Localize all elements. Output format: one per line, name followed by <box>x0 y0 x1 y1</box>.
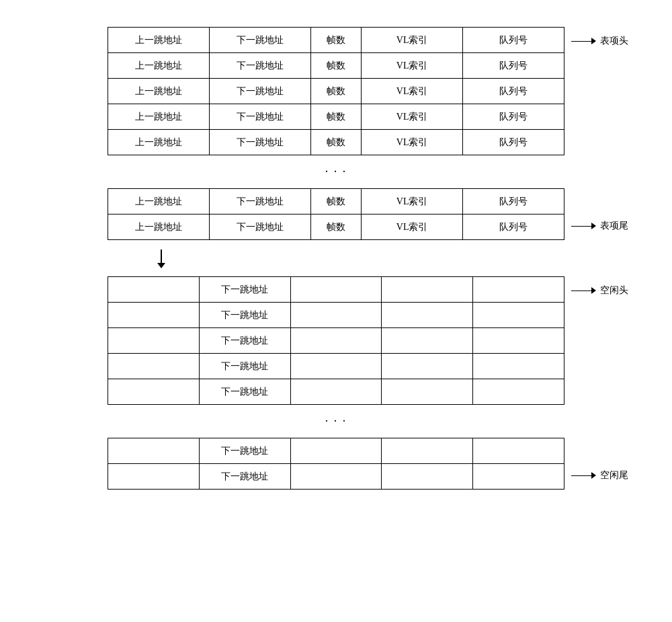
upper-head-row: 上一跳地址 下一跳地址 帧数 VL索引 队列号 <box>108 28 564 53</box>
label-head-upper: 表项头 <box>571 35 628 47</box>
upper-head-row: 上一跳地址 下一跳地址 帧数 VL索引 队列号 <box>108 79 564 104</box>
cell-next: 下一跳地址 <box>209 53 310 79</box>
dots-lower: · · · <box>108 405 564 438</box>
cell-empty-3 <box>473 464 564 490</box>
cell-next-free: 下一跳地址 <box>199 438 290 464</box>
cell-next: 下一跳地址 <box>209 28 310 53</box>
cell-empty-3 <box>473 277 564 303</box>
cell-prev: 上一跳地址 <box>108 53 210 79</box>
cell-queue: 队列号 <box>463 79 564 104</box>
cell-next-free: 下一跳地址 <box>199 328 290 354</box>
cell-queue: 队列号 <box>463 28 564 53</box>
cell-empty-2 <box>382 328 473 354</box>
cell-next: 下一跳地址 <box>209 130 310 155</box>
arrow-down-icon <box>155 249 168 268</box>
label-tail-upper: 表项尾 <box>571 220 628 232</box>
cell-next-free: 下一跳地址 <box>199 464 290 490</box>
cell-empty-3 <box>473 438 564 464</box>
cell-prev: 上一跳地址 <box>108 189 210 215</box>
dots-row-lower: · · · <box>108 405 564 438</box>
cell-next-free: 下一跳地址 <box>199 277 290 303</box>
annotation-text-tail: 表项尾 <box>600 220 628 232</box>
cell-empty-2 <box>382 438 473 464</box>
cell-frames: 帧数 <box>310 104 361 130</box>
lower-head-row: 下一跳地址 <box>108 277 564 303</box>
label-tail-lower: 空闲尾 <box>571 469 628 481</box>
cell-empty-1 <box>290 328 382 354</box>
upper-tail-row: 上一跳地址 下一跳地址 帧数 VL索引 队列号 <box>108 215 564 240</box>
cell-vl: VL索引 <box>362 189 463 215</box>
upper-head-row: 上一跳地址 下一跳地址 帧数 VL索引 队列号 <box>108 53 564 79</box>
cell-vl: VL索引 <box>362 130 463 155</box>
lower-head-row: 下一跳地址 <box>108 303 564 328</box>
horiz-line-head <box>571 41 591 42</box>
cell-empty-2 <box>382 303 473 328</box>
upper-table-wrapper: 上一跳地址 下一跳地址 帧数 VL索引 队列号 上一跳地址 下一跳地址 帧数 V… <box>108 27 564 240</box>
cell-prev: 上一跳地址 <box>108 79 210 104</box>
cell-next: 下一跳地址 <box>209 79 310 104</box>
upper-tail-row: 上一跳地址 下一跳地址 帧数 VL索引 队列号 <box>108 189 564 215</box>
horiz-line-head-lower <box>571 290 591 291</box>
cell-queue: 队列号 <box>463 189 564 215</box>
cell-empty-3 <box>473 328 564 354</box>
lower-table-wrapper: 下一跳地址 下一跳地址 下一跳地址 下一跳地址 下一跳地址 <box>108 276 564 490</box>
upper-head-row: 上一跳地址 下一跳地址 帧数 VL索引 队列号 <box>108 104 564 130</box>
lower-head-row: 下一跳地址 <box>108 379 564 405</box>
cell-empty-0 <box>108 438 200 464</box>
cell-next-free: 下一跳地址 <box>199 379 290 405</box>
cell-queue: 队列号 <box>463 130 564 155</box>
cell-empty-2 <box>382 464 473 490</box>
upper-table: 上一跳地址 下一跳地址 帧数 VL索引 队列号 上一跳地址 下一跳地址 帧数 V… <box>108 27 564 240</box>
cell-empty-0 <box>108 354 200 379</box>
dots-upper: · · · <box>108 155 564 189</box>
cell-empty-2 <box>382 277 473 303</box>
cell-frames: 帧数 <box>310 79 361 104</box>
annotation-text-head-lower: 空闲头 <box>600 284 628 297</box>
cell-empty-0 <box>108 328 200 354</box>
cell-prev: 上一跳地址 <box>108 28 210 53</box>
label-head-lower: 空闲头 <box>571 284 628 297</box>
cell-queue: 队列号 <box>463 215 564 240</box>
arrow-tip-tail <box>591 223 596 229</box>
cell-vl: VL索引 <box>362 215 463 240</box>
arrow-tip-tail-lower <box>591 472 596 479</box>
cell-prev: 上一跳地址 <box>108 130 210 155</box>
cell-queue: 队列号 <box>463 104 564 130</box>
upper-head-row: 上一跳地址 下一跳地址 帧数 VL索引 队列号 <box>108 130 564 155</box>
annotation-text-head: 表项头 <box>600 35 628 47</box>
lower-head-row: 下一跳地址 <box>108 354 564 379</box>
cell-prev: 上一跳地址 <box>108 215 210 240</box>
cell-next: 下一跳地址 <box>209 189 310 215</box>
cell-empty-2 <box>382 354 473 379</box>
cell-empty-3 <box>473 303 564 328</box>
cell-next: 下一跳地址 <box>209 215 310 240</box>
lower-head-row: 下一跳地址 <box>108 328 564 354</box>
cell-empty-3 <box>473 354 564 379</box>
arrow-tip-head <box>591 38 596 44</box>
lower-tail-row: 下一跳地址 <box>108 464 564 490</box>
cell-next-free: 下一跳地址 <box>199 354 290 379</box>
cell-frames: 帧数 <box>310 130 361 155</box>
arrow-tip-head-lower <box>591 287 596 294</box>
cell-empty-1 <box>290 303 382 328</box>
lower-table: 下一跳地址 下一跳地址 下一跳地址 下一跳地址 下一跳地址 <box>108 276 564 490</box>
cell-prev: 上一跳地址 <box>108 104 210 130</box>
horiz-line-tail <box>571 226 591 227</box>
cell-empty-1 <box>290 354 382 379</box>
cell-vl: VL索引 <box>362 79 463 104</box>
cell-vl: VL索引 <box>362 104 463 130</box>
cell-empty-0 <box>108 464 200 490</box>
horiz-line-tail-lower <box>571 475 591 476</box>
cell-empty-2 <box>382 379 473 405</box>
cell-empty-1 <box>290 438 382 464</box>
annotation-text-tail-lower: 空闲尾 <box>600 469 628 481</box>
dots-row: · · · <box>108 155 564 189</box>
cell-vl: VL索引 <box>362 53 463 79</box>
cell-empty-1 <box>290 379 382 405</box>
cell-next: 下一跳地址 <box>209 104 310 130</box>
cell-frames: 帧数 <box>310 53 361 79</box>
cell-empty-1 <box>290 277 382 303</box>
cell-next-free: 下一跳地址 <box>199 303 290 328</box>
cell-empty-3 <box>473 379 564 405</box>
lower-tail-row: 下一跳地址 <box>108 438 564 464</box>
